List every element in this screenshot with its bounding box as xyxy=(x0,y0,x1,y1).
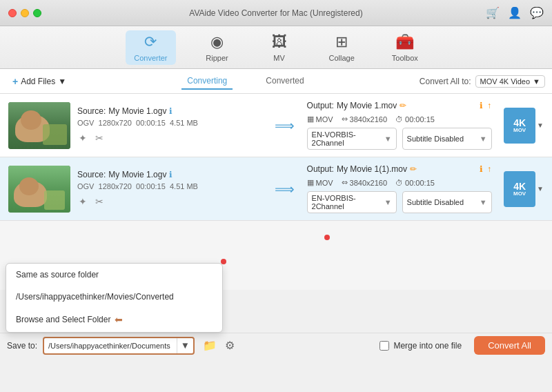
cut-button-2[interactable]: ✂ xyxy=(94,195,105,208)
save-to-dropdown-button[interactable]: ▼ xyxy=(177,338,193,353)
audio-dropdown-2[interactable]: EN-VORBIS-2Channel ▼ xyxy=(307,191,397,213)
file-size-2: 4.51 MB xyxy=(170,182,198,190)
convert-all-button[interactable]: Convert All xyxy=(474,336,545,355)
format-icon-1: ▦ xyxy=(307,115,314,124)
edit-icon-1[interactable]: ✏ xyxy=(400,101,406,110)
badge-chevron-2[interactable]: ▼ xyxy=(537,185,544,193)
file-resolution-2: 1280x720 xyxy=(99,182,132,190)
dur-icon-2: ⏱ xyxy=(395,179,403,187)
output-section-2: Output: My Movie 1(1).mov ✏ ℹ ↑ ▦ MOV ⇔ … xyxy=(307,164,492,213)
pin-icon-1[interactable]: ↑ xyxy=(487,101,491,110)
save-to-input[interactable] xyxy=(44,340,177,351)
pin-icon-2[interactable]: ↑ xyxy=(487,164,491,174)
source-name-2: My Movie 1.ogv xyxy=(108,170,166,179)
merge-label: Merge into one file xyxy=(379,341,462,351)
output-dur-2: 00:00:15 xyxy=(405,179,435,187)
file-info-2: Source: My Movie 1.ogv ℹ OGV 1280x720 00… xyxy=(77,170,262,208)
merge-text: Merge into one file xyxy=(393,341,462,351)
badge-bottom-2: MOV xyxy=(513,191,526,197)
nav-item-collage[interactable]: ⊞ Collage xyxy=(321,30,363,65)
thumbnail-2 xyxy=(8,166,70,213)
plus-icon: + xyxy=(12,76,18,87)
file-resolution-1: 1280x720 xyxy=(99,119,132,127)
close-button[interactable] xyxy=(8,9,17,17)
output-format-spec-2: ▦ MOV xyxy=(307,178,333,187)
tab-converted[interactable]: Converted xyxy=(260,73,309,90)
format-badge-1[interactable]: 4K MOV xyxy=(504,108,535,144)
tab-converting[interactable]: Converting xyxy=(181,73,233,90)
sparkle-button-1[interactable]: ✦ xyxy=(77,131,88,145)
file-item-2: Source: My Movie 1.ogv ℹ OGV 1280x720 00… xyxy=(0,157,552,221)
audio-dropdown-1[interactable]: EN-VORBIS-2Channel ▼ xyxy=(307,128,397,150)
audio-option-2: EN-VORBIS-2Channel xyxy=(312,194,382,210)
thumbnail-1 xyxy=(8,102,70,149)
dropdown-option-same-source[interactable]: Same as source folder xyxy=(6,264,222,286)
sparkle-button-2[interactable]: ✦ xyxy=(77,195,88,208)
arrow-2: ⟹ xyxy=(269,181,300,197)
title-bar: AVAide Video Converter for Mac (Unregist… xyxy=(0,0,552,26)
nav-item-mv[interactable]: 🖼 MV xyxy=(259,30,300,65)
file-source-2: Source: My Movie 1.ogv ℹ xyxy=(77,170,262,179)
info-output-icon-2[interactable]: ℹ xyxy=(480,164,483,174)
audio-chevron-1: ▼ xyxy=(384,135,392,143)
info-output-icon-1[interactable]: ℹ xyxy=(480,101,483,110)
nav-label-mv: MV xyxy=(273,54,285,62)
file-duration-1: 00:00:15 xyxy=(136,119,166,127)
output-dur-1: 00:00:15 xyxy=(405,115,435,124)
source-label-2: Source: xyxy=(77,170,106,179)
format-icon-2: ▦ xyxy=(307,178,314,187)
badge-chevron-1[interactable]: ▼ xyxy=(537,121,544,129)
audio-option-1: EN-VORBIS-2Channel xyxy=(312,130,382,147)
folder-icon-button[interactable]: 📁 xyxy=(200,337,219,353)
edit-icon-2[interactable]: ✏ xyxy=(410,164,417,174)
output-format-2: MOV xyxy=(316,179,333,187)
chat-icon[interactable]: 💬 xyxy=(530,6,544,19)
window-title: AVAide Video Converter for Mac (Unregist… xyxy=(189,8,362,18)
maximize-button[interactable] xyxy=(33,9,41,17)
audio-chevron-2: ▼ xyxy=(384,198,392,206)
format-badge-2[interactable]: 4K MOV xyxy=(504,171,535,207)
ripper-icon: ◉ xyxy=(210,33,224,51)
add-files-button[interactable]: + Add Files ▼ xyxy=(7,74,72,89)
output-res-2: 3840x2160 xyxy=(350,179,387,187)
file-format-2: OGV xyxy=(77,182,94,190)
title-bar-icons: 🛒 👤 💬 xyxy=(486,6,544,19)
settings-icon-button[interactable]: ⚙ xyxy=(222,337,237,353)
converter-icon: ⟳ xyxy=(144,33,157,51)
save-to-dropdown-popup: Same as source folder /Users/ihappyaceth… xyxy=(6,263,223,333)
subtitle-dropdown-1[interactable]: Subtitle Disabled ▼ xyxy=(402,128,492,150)
dropdown-option-browse[interactable]: Browse and Select Folder ⬅ xyxy=(6,308,222,332)
subtitle-dropdown-2[interactable]: Subtitle Disabled ▼ xyxy=(402,191,492,213)
file-size-1: 4.51 MB xyxy=(170,119,198,127)
output-name-1: My Movie 1.mov xyxy=(337,101,397,110)
output-header-2: Output: My Movie 1(1).mov ✏ ℹ ↑ xyxy=(307,164,492,174)
res-icon-1: ⇔ xyxy=(342,115,348,124)
format-badge-wrapper-2: 4K MOV ▼ xyxy=(504,171,544,207)
subtitle-option-2: Subtitle Disabled xyxy=(407,198,464,206)
option-label-same-source: Same as source folder xyxy=(16,270,99,280)
toolbar-tabs: Converting Converted xyxy=(72,73,420,90)
cut-button-1[interactable]: ✂ xyxy=(94,131,105,145)
user-icon[interactable]: 👤 xyxy=(508,6,522,19)
minimize-button[interactable] xyxy=(21,9,29,17)
source-info-icon-1[interactable]: ℹ xyxy=(169,106,172,116)
format-badge-wrapper-1: 4K MOV ▼ xyxy=(504,108,544,144)
output-dropdowns-1: EN-VORBIS-2Channel ▼ Subtitle Disabled ▼ xyxy=(307,128,492,150)
file-source-1: Source: My Movie 1.ogv ℹ xyxy=(77,106,262,116)
output-name-2: My Movie 1(1).mov xyxy=(337,164,407,174)
source-info-icon-2[interactable]: ℹ xyxy=(169,170,172,179)
nav-item-toolbox[interactable]: 🧰 Toolbox xyxy=(384,30,426,65)
merge-checkbox[interactable] xyxy=(379,341,389,351)
nav-item-converter[interactable]: ⟳ Converter xyxy=(126,30,175,65)
nav-item-ripper[interactable]: ◉ Ripper xyxy=(197,30,238,65)
nav-label-converter: Converter xyxy=(134,54,167,62)
dropdown-option-movies-converted[interactable]: /Users/ihappyacethinker/Movies/Converted xyxy=(6,286,222,308)
convert-all-to: Convert All to: MOV 4K Video ▼ xyxy=(420,75,545,88)
convert-all-format-select[interactable]: MOV 4K Video ▼ xyxy=(475,75,545,88)
file-details-2: OGV 1280x720 00:00:15 4.51 MB xyxy=(77,182,262,190)
output-dropdowns-2: EN-VORBIS-2Channel ▼ Subtitle Disabled ▼ xyxy=(307,191,492,213)
output-format-spec-1: ▦ MOV xyxy=(307,115,333,124)
res-icon-2: ⇔ xyxy=(342,178,348,187)
cart-icon[interactable]: 🛒 xyxy=(486,6,500,19)
output-format-1: MOV xyxy=(316,115,333,124)
